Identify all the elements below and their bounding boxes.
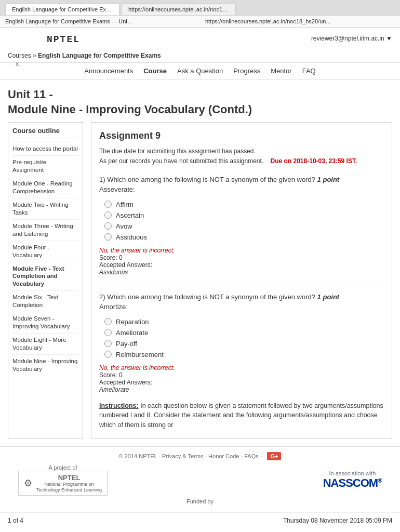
q2-radio-2[interactable] [104,329,112,336]
instructions-block: Instructions: In each question below is … [99,401,384,430]
user-account-button[interactable]: reviewer3@nptel.iitm.ac.in ▼ [311,35,392,42]
question-1-word: Asseverate: [99,185,135,193]
question-divider [99,284,384,284]
nav-mentor[interactable]: Mentor [271,67,291,75]
q1-score: Score: 0 [99,254,384,261]
q1-option-2-label: Ascertain [116,211,144,219]
nptel-logo: NPTEL [47,34,80,45]
question-2-body: Which one among the following is NOT a s… [107,293,317,301]
question-1-body: Which one among the following is NOT a s… [107,176,317,183]
q1-option-4-label: Assiduous [116,233,147,241]
footer-logos: A project of ⚙ NPTEL National Programme … [8,464,392,496]
q2-radio-1[interactable] [104,318,112,325]
site-footer: © 2014 NPTEL - Privacy & Terms - Honor C… [0,446,400,510]
footer-association: In association with NASSCOM® [323,470,382,490]
q2-accepted-answer: Ameliorate [99,386,384,393]
browser-address-bar: English Language for Competitive Exams -… [0,16,400,28]
q1-radio-4[interactable] [104,233,112,241]
not-submitted-text: As per our records you have not submitte… [99,157,263,165]
browser-tab-2[interactable]: https://onlinecourses.nptel.ac.in/noc18_… [122,3,236,15]
question-1-number: 1) [99,176,107,183]
q1-option-3[interactable]: Avow [104,221,384,232]
question-2-options: Reparation Ameliorate Pay-off Reimbursem… [104,316,384,360]
q2-option-3-label: Pay-off [116,340,137,348]
sidebar-item-module5[interactable]: Module Five - Text Completion and Vocabu… [12,262,78,291]
sidebar-item-module6[interactable]: Module Six - Text Completion [12,291,78,312]
address-left: English Language for Competitive Exams -… [5,18,195,24]
nav-announcements[interactable]: Announcements [84,67,133,75]
instructions-label: Instructions: [99,402,139,409]
q1-feedback: No, the answer is incorrect. Score: 0 Ac… [99,247,384,276]
q2-option-2[interactable]: Ameliorate [104,327,384,338]
q2-option-1[interactable]: Reparation [104,316,384,327]
sidebar-item-module7[interactable]: Module Seven - Improving Vocabulary [12,312,78,334]
main-panel: Assignment 9 The due date for submitting… [91,122,392,438]
q1-radio-3[interactable] [104,222,112,230]
q1-accepted-label: Accepted Answers: [99,261,384,269]
question-2-number: 2) [99,293,107,301]
nav-faq[interactable]: FAQ [302,67,316,75]
q1-radio-2[interactable] [104,211,112,219]
sidebar-item-prereq[interactable]: Pre-requisite Assignment [12,156,78,177]
q1-option-2[interactable]: Ascertain [104,210,384,221]
gear-icon: ⚙ [24,477,32,489]
sidebar-item-module8[interactable]: Module Eight - More Vocabulary [12,334,78,355]
course-nav: Announcements Course Ask a Question Prog… [0,63,400,79]
sidebar-title: Course outline [12,127,78,138]
footer-copyright: © 2014 NPTEL - Privacy & Terms - Honor C… [119,453,262,459]
sidebar-item-module3[interactable]: Module Three - Writing and Listening [12,220,78,241]
bottom-bar: 1 of 4 Thursday 08 November 2018 05:09 P… [0,512,400,528]
nav-course[interactable]: Course [143,67,167,75]
q2-radio-4[interactable] [104,351,112,358]
due-passed-text: The due date for submitting this assignm… [99,148,256,155]
q2-option-1-label: Reparation [116,318,149,326]
course-outline-sidebar: Course outline How to access the portal … [8,122,83,438]
browser-tabs: English Language for Competitive Exams -… [0,0,400,16]
q1-option-1[interactable]: Affirm [104,199,384,210]
site-header: x NPTEL reviewer3@nptel.iitm.ac.in ▼ [0,28,400,49]
q1-radio-1[interactable] [104,201,112,208]
question-2-word: Amortize: [99,303,128,311]
question-2-text: 2) Which one among the following is NOT … [99,292,384,312]
q2-option-4[interactable]: Reimbursement [104,349,384,360]
q2-incorrect-text: No, the answer is incorrect. [99,364,384,371]
q2-radio-3[interactable] [104,340,112,347]
breadcrumb: Courses » English Language for Competiti… [0,49,400,63]
sidebar-item-module9[interactable]: Module Nine - Improving Vocabulary [12,355,78,376]
address-right: https://onlinecourses.nptel.ac.in/noc18_… [205,18,395,24]
footer-project-label: A project of ⚙ NPTEL National Programme … [18,464,108,496]
gplus-icon[interactable]: G+ [267,452,281,460]
timestamp: Thursday 08 November 2018 05:09 PM [283,517,392,524]
sidebar-item-module4[interactable]: Module Four - Vocabulary [12,241,78,262]
nav-ask-question[interactable]: Ask a Question [177,67,223,75]
q2-score: Score: 0 [99,371,384,379]
sidebar-item-portal-access[interactable]: How to access the portal [12,142,78,156]
browser-tab-1[interactable]: English Language for Competitive Exams -… [5,3,119,15]
q1-incorrect-text: No, the answer is incorrect. [99,247,384,254]
question-2-points: 1 point [317,293,340,301]
nav-progress[interactable]: Progress [233,67,260,75]
q2-option-3[interactable]: Pay-off [104,338,384,349]
nptel-footer-logo: ⚙ NPTEL National Programme onTechnology … [18,471,108,496]
instructions-text: In each question below is given a statem… [99,402,383,429]
nasscom-logo: NASSCOM® [323,476,382,490]
unit-title: Unit 11 -Module Nine - Improving Vocabul… [0,79,400,122]
q2-option-4-label: Reimbursement [116,351,164,358]
q1-option-3-label: Avow [116,222,132,230]
sidebar-item-module1[interactable]: Module One - Reading Comprehension [12,177,78,198]
breadcrumb-current: English Language for Competitive Exams [38,52,161,59]
question-1-points: 1 point [317,176,340,183]
nptel-sub-text: National Programme onTechnology Enhanced… [36,482,102,493]
nptel-logo-text: NPTEL [36,474,102,482]
question-1-block: 1) Which one among the following is NOT … [99,175,384,276]
q1-option-1-label: Affirm [116,201,134,208]
question-2-block: 2) Which one among the following is NOT … [99,292,384,393]
due-info-block: The due date for submitting this assignm… [99,147,384,166]
q2-accepted-label: Accepted Answers: [99,379,384,386]
close-button[interactable]: x [16,60,19,68]
q1-option-4[interactable]: Assiduous [104,232,384,243]
breadcrumb-courses[interactable]: Courses [8,52,31,59]
sidebar-item-module2[interactable]: Module Two - Writing Tasks [12,198,78,220]
breadcrumb-separator: » [33,52,36,59]
due-date-text: Due on 2018-10-03, 23:59 IST. [271,157,357,165]
